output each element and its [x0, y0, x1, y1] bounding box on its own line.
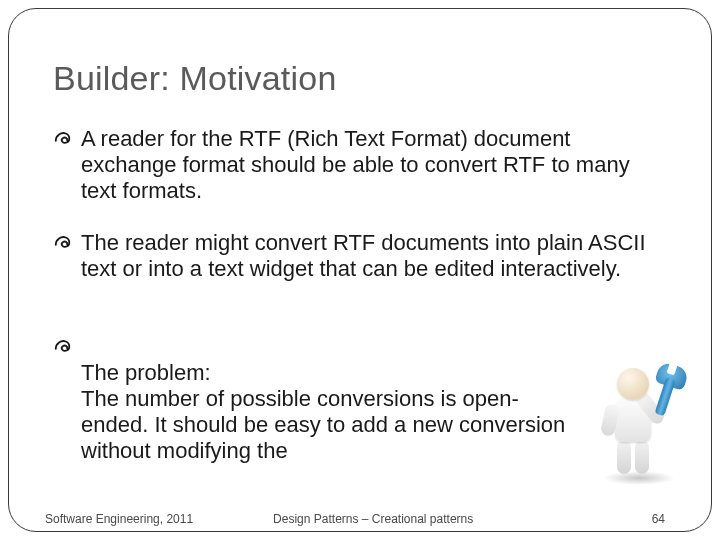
bullet-item: The problem: The number of possible conv… — [53, 308, 573, 464]
builder-figure-icon — [593, 368, 685, 483]
slide-title: Builder: Motivation — [53, 59, 667, 98]
bullet-item: A reader for the RTF (Rich Text Format) … — [53, 126, 648, 204]
footer-left: Software Engineering, 2011 — [45, 512, 193, 526]
footer-center: Design Patterns – Creational patterns — [193, 512, 652, 526]
page-number: 64 — [652, 512, 665, 526]
bullet-text: The reader might convert RTF documents i… — [81, 230, 646, 281]
bullet-swirl-icon — [53, 232, 75, 254]
bullet-swirl-icon — [53, 128, 75, 150]
bullet-list: A reader for the RTF (Rich Text Format) … — [53, 126, 667, 463]
bullet-swirl-icon — [53, 310, 75, 332]
bullet-item: The reader might convert RTF documents i… — [53, 230, 648, 282]
slide-frame: Builder: Motivation A reader for the RTF… — [8, 8, 712, 532]
wrench-icon — [642, 360, 693, 422]
bullet-text: A reader for the RTF (Rich Text Format) … — [81, 126, 630, 203]
slide-footer: Software Engineering, 2011 Design Patter… — [0, 512, 720, 526]
bullet-text: The problem: The number of possible conv… — [81, 360, 565, 463]
